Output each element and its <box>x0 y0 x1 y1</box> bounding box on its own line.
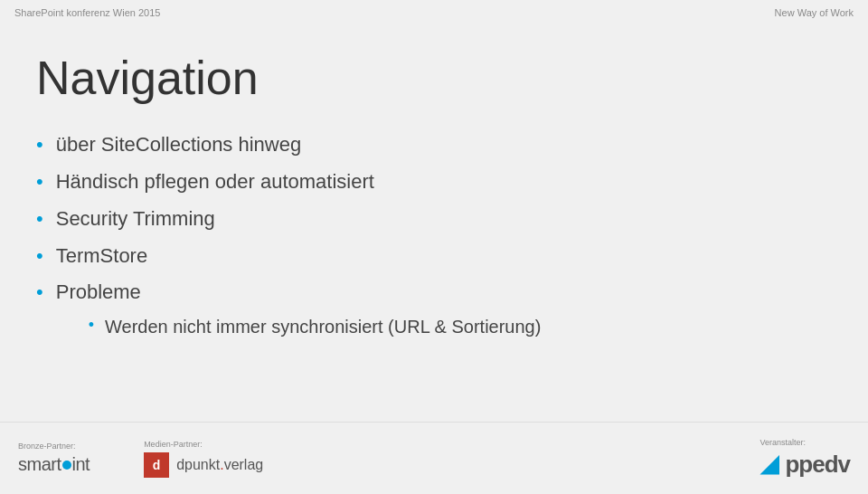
header: SharePoint konferenz Wien 2015 New Way o… <box>0 0 868 25</box>
bullet-text: über SiteCollections hinweg <box>56 131 302 159</box>
list-item: Händisch pflegen oder automatisiert <box>36 168 832 196</box>
smartpoint-logo: smartint <box>18 454 90 475</box>
smartpoint-oint: int <box>72 454 90 475</box>
sub-list: Werden nicht immer synchronisiert (URL &… <box>56 314 542 339</box>
veranstalter-section: Veranstalter: ppedv <box>760 438 850 479</box>
ppedv-logo: ppedv <box>760 451 850 479</box>
veranstalter-label: Veranstalter: <box>760 438 806 447</box>
dpunkt-logo: d dpunkt.verlag <box>144 452 263 478</box>
bronze-partner-section: Bronze-Partner: smartint <box>18 442 90 475</box>
sub-list-item: Werden nicht immer synchronisiert (URL &… <box>56 314 542 339</box>
list-item: über SiteCollections hinweg <box>36 131 832 159</box>
slide: SharePoint konferenz Wien 2015 New Way o… <box>0 0 868 494</box>
bullet-text: Probleme <box>56 280 141 303</box>
slide-title: Navigation <box>36 52 832 104</box>
medien-partner-section: Medien-Partner: d dpunkt.verlag <box>144 440 263 478</box>
slide-content: Navigation über SiteCollections hinweg H… <box>0 25 868 422</box>
list-item-content: Probleme Werden nicht immer synchronisie… <box>56 279 542 345</box>
footer: Bronze-Partner: smartint Medien-Partner:… <box>0 422 868 494</box>
smartpoint-smart: smart <box>18 454 61 475</box>
dpunkt-text: dpunkt.verlag <box>176 457 263 473</box>
list-item-probleme: Probleme Werden nicht immer synchronisie… <box>36 279 832 345</box>
conference-title: SharePoint konferenz Wien 2015 <box>14 7 160 18</box>
list-item: Security Trimming <box>36 205 832 233</box>
smartpoint-dot-icon <box>62 461 71 470</box>
medien-label: Medien-Partner: <box>144 440 203 449</box>
bullet-text: Security Trimming <box>56 205 215 233</box>
bullet-list: über SiteCollections hinweg Händisch pfl… <box>36 131 832 345</box>
list-item: TermStore <box>36 242 832 271</box>
sub-bullet-text: Werden nicht immer synchronisiert (URL &… <box>105 314 541 339</box>
ppedv-triangle-icon <box>760 455 779 475</box>
ppedv-text: ppedv <box>785 451 850 479</box>
tagline: New Way of Work <box>775 7 854 18</box>
bullet-text: Händisch pflegen oder automatisiert <box>56 168 374 196</box>
bronze-label: Bronze-Partner: <box>18 442 76 451</box>
dpunkt-icon: d <box>144 452 169 478</box>
bullet-text: TermStore <box>56 242 147 271</box>
